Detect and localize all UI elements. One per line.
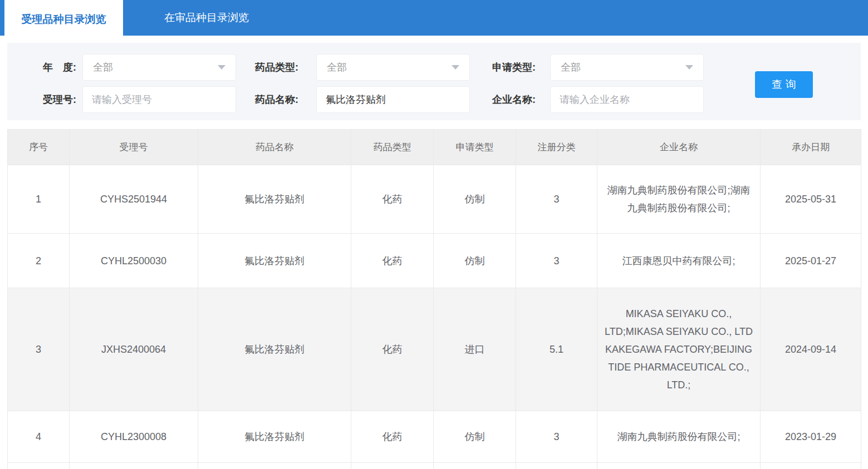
cell-date: 2023-01-29 — [761, 411, 861, 463]
cell-no: 4 — [8, 411, 70, 463]
header-apply-type: 申请类型 — [434, 130, 516, 165]
cell-drug-name: 氟比洛芬贴剂 — [198, 234, 351, 288]
cell-apply-type: 仿制 — [434, 165, 516, 234]
chevron-down-icon — [685, 65, 693, 70]
cell-acceptance-no: CYHL2300008 — [70, 411, 198, 463]
filter-row-1: 年 度: 全部 药品类型: 全部 申请类型: 全部 — [7, 54, 704, 81]
cell-drug-name: 氟比洛芬贴剂 — [198, 288, 351, 411]
cell-company: 湖南九典制药股份有限公司; — [597, 411, 761, 463]
apply-type-label: 申请类型: — [470, 61, 550, 74]
filter-row-2: 受理号: 药品名称: 企业名称: — [7, 86, 704, 113]
tab-accepted-catalog-label: 受理品种目录浏览 — [22, 12, 106, 27]
cell-acceptance-no: CYHS2501944 — [70, 165, 198, 234]
cell-reg-class: 5.1 — [516, 288, 597, 411]
drug-type-label: 药品类型: — [236, 61, 316, 74]
search-button[interactable]: 查 询 — [755, 71, 813, 98]
table-row: 3 JXHS2400064 氟比洛芬贴剂 化药 进口 5.1 MIKASA SE… — [8, 288, 861, 411]
table-row: 4 CYHL2300008 氟比洛芬贴剂 化药 仿制 3 湖南九典制药股份有限公… — [8, 411, 861, 463]
cell-drug-type: 化药 — [351, 288, 434, 411]
apply-type-select-value: 全部 — [561, 61, 581, 74]
drug-name-input[interactable] — [316, 86, 470, 113]
cell-drug-type: 化药 — [351, 165, 434, 234]
cell-reg-class: 3 — [516, 411, 597, 463]
results-table: 序号 受理号 药品名称 药品类型 申请类型 注册分类 企业名称 承办日期 1 C… — [7, 129, 861, 469]
cell-apply-type: 仿制 — [434, 234, 516, 288]
table-row: 2 CYHL2500030 氟比洛芬贴剂 化药 仿制 3 江西康恩贝中药有限公司… — [8, 234, 861, 288]
filter-panel: 年 度: 全部 药品类型: 全部 申请类型: 全部 受理号: 药品名称: 企业名… — [7, 43, 861, 120]
header-date: 承办日期 — [761, 130, 861, 165]
header-no: 序号 — [8, 130, 70, 165]
header-drug-type: 药品类型 — [351, 130, 434, 165]
cell-no: 3 — [8, 288, 70, 411]
apply-type-select[interactable]: 全部 — [550, 54, 704, 81]
tab-bar: 受理品种目录浏览 在审品种目录浏览 — [0, 0, 868, 36]
cell-date: 2025-05-31 — [761, 165, 861, 234]
year-select[interactable]: 全部 — [82, 54, 236, 81]
header-company: 企业名称 — [597, 130, 761, 165]
drug-name-label: 药品名称: — [236, 93, 316, 106]
cell-date: 2024-09-14 — [761, 288, 861, 411]
cell-reg-class: 3 — [516, 165, 597, 234]
cell-drug-type: 化药 — [351, 234, 434, 288]
acceptance-no-label: 受理号: — [7, 93, 82, 106]
cell-drug-type: 化药 — [351, 411, 434, 463]
cell-apply-type: 仿制 — [434, 411, 516, 463]
cell-acceptance-no: JXHS2400064 — [70, 288, 198, 411]
acceptance-no-input[interactable] — [82, 86, 236, 113]
company-name-label: 企业名称: — [470, 93, 550, 106]
tab-under-review-catalog-label: 在审品种目录浏览 — [164, 11, 249, 25]
chevron-down-icon — [452, 65, 459, 70]
cell-drug-name: 氟比洛芬贴剂 — [198, 411, 351, 463]
drug-type-select[interactable]: 全部 — [316, 54, 470, 81]
year-select-value: 全部 — [93, 61, 113, 74]
chevron-down-icon — [218, 65, 225, 70]
company-name-input[interactable] — [550, 86, 704, 113]
tab-under-review-catalog[interactable]: 在审品种目录浏览 — [123, 0, 290, 36]
cell-no: 2 — [8, 234, 70, 288]
table-row: 1 CYHS2501944 氟比洛芬贴剂 化药 仿制 3 湖南九典制药股份有限公… — [8, 165, 861, 234]
cell-company: 湖南九典制药股份有限公司;湖南九典制药股份有限公司; — [597, 165, 761, 234]
cell-company: MIKASA SEIYAKU CO., LTD;MIKASA SEIYAKU C… — [597, 288, 761, 411]
cell-apply-type: 进口 — [434, 288, 516, 411]
cell-company: 江西康恩贝中药有限公司; — [597, 234, 761, 288]
cell-acceptance-no: CYHL2500030 — [70, 234, 198, 288]
table-header-row: 序号 受理号 药品名称 药品类型 申请类型 注册分类 企业名称 承办日期 — [8, 130, 861, 165]
header-reg-class: 注册分类 — [516, 130, 597, 165]
year-label: 年 度: — [7, 61, 82, 74]
cell-no: 1 — [8, 165, 70, 234]
header-drug-name: 药品名称 — [198, 130, 351, 165]
cell-reg-class: 3 — [516, 234, 597, 288]
cell-drug-name: 氟比洛芬贴剂 — [198, 165, 351, 234]
table-row-partial — [8, 463, 861, 469]
cell-date: 2025-01-27 — [761, 234, 861, 288]
tab-accepted-catalog[interactable]: 受理品种目录浏览 — [4, 0, 123, 43]
drug-type-select-value: 全部 — [327, 61, 347, 74]
header-acceptance-no: 受理号 — [70, 130, 198, 165]
